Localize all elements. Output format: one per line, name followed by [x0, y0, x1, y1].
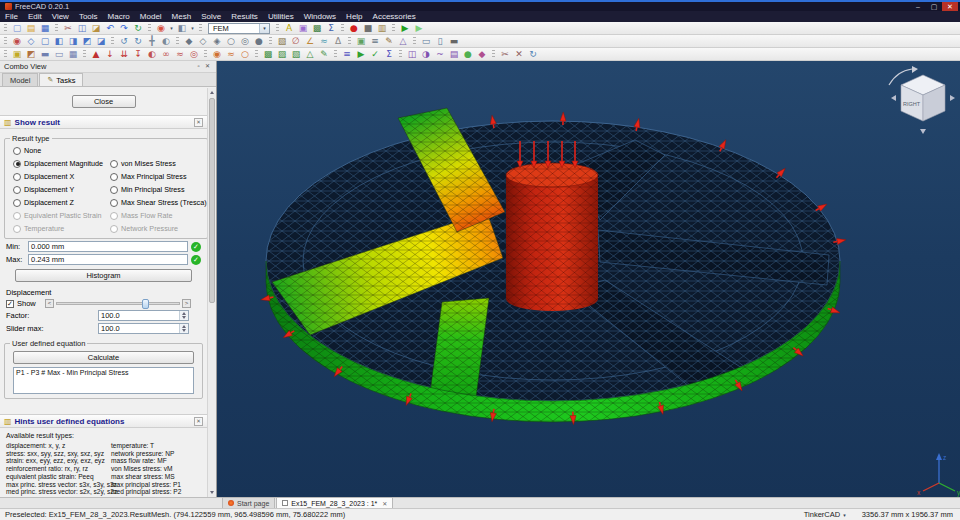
box-zoom-icon[interactable]: ▯	[433, 35, 447, 48]
mesh-region-icon[interactable]: ▧	[289, 48, 303, 61]
drawstyle-shaded-icon[interactable]: ◈	[210, 35, 224, 48]
minimize-button[interactable]: –	[910, 2, 926, 11]
view-axonometric-icon[interactable]: ◇	[24, 35, 38, 48]
view-fit-icon[interactable]: ◉	[10, 35, 24, 48]
mesh-group-icon[interactable]: △	[303, 48, 317, 61]
scroll-down-icon[interactable]	[208, 488, 216, 497]
view-top-icon[interactable]: ◧	[52, 35, 66, 48]
menu-tools[interactable]: Tools	[74, 11, 103, 22]
tab-tasks[interactable]: ✎Tasks	[39, 73, 83, 86]
slider-max-value[interactable]: 100.0	[99, 324, 179, 333]
menu-macro[interactable]: Macro	[103, 11, 135, 22]
scroll-up-icon[interactable]	[208, 88, 216, 97]
result-pipeline-icon[interactable]: ◑	[419, 48, 433, 61]
redo-icon[interactable]: ↷	[117, 22, 131, 35]
texture-icon[interactable]: ▧	[275, 35, 289, 48]
mesh-edit-icon[interactable]: ✎	[317, 48, 331, 61]
menu-windows[interactable]: Windows	[299, 11, 341, 22]
menu-solve[interactable]: Solve	[196, 11, 226, 22]
constraint-displacement-icon[interactable]: ↧	[131, 48, 145, 61]
view-front-icon[interactable]: ▢	[38, 35, 52, 48]
hints-header[interactable]: ▥ Hints user defined equations ✕	[0, 414, 207, 428]
factor-value[interactable]: 100.0	[99, 311, 179, 320]
clipping-icon[interactable]: ∅	[289, 35, 303, 48]
dock-views-icon[interactable]: ▬	[447, 35, 461, 48]
reload-icon[interactable]: ↻	[526, 48, 540, 61]
drawstyle-hidden-icon[interactable]: ◎	[238, 35, 252, 48]
result-clip-icon[interactable]: ◆	[475, 48, 489, 61]
macro-record-icon[interactable]: ●	[347, 22, 361, 35]
view-bottom-icon[interactable]: ◪	[94, 35, 108, 48]
purge-results-icon[interactable]: ✕	[512, 48, 526, 61]
mesh-gmsh-icon[interactable]: ▨	[275, 48, 289, 61]
material-solid-icon[interactable]: ◩	[24, 48, 38, 61]
constraint-temperature-icon[interactable]: ◉	[210, 48, 224, 61]
result-point-icon[interactable]: ●	[461, 48, 475, 61]
result-show-icon[interactable]: ◫	[405, 48, 419, 61]
fem-equation-icon[interactable]: Σ	[324, 22, 338, 35]
undo-icon[interactable]: ↶	[103, 22, 117, 35]
dropdown-caret-icon[interactable]: ▾	[168, 25, 175, 31]
drawstyle-flat-icon[interactable]: ●	[252, 35, 266, 48]
tab-model[interactable]: Model	[2, 73, 38, 86]
close-window-button[interactable]: ✕	[942, 2, 958, 11]
calculate-button[interactable]: Calculate	[13, 351, 194, 364]
displacement-slider[interactable]: < >	[45, 299, 191, 308]
constraint-initialtemp-icon[interactable]: ○	[238, 48, 252, 61]
max-field[interactable]: 0.243 mm	[28, 254, 188, 265]
view-right-icon[interactable]: ◨	[66, 35, 80, 48]
constraint-spring-icon[interactable]: ≈	[173, 48, 187, 61]
radio-displacement-y[interactable]	[13, 186, 21, 194]
scrollbar-thumb[interactable]	[209, 98, 215, 303]
edit-mode-icon[interactable]: ✎	[382, 35, 396, 48]
float-panel-icon[interactable]: ▫	[194, 62, 203, 71]
mesh-cut-icon[interactable]: ✂	[498, 48, 512, 61]
slider-right-button[interactable]: >	[182, 299, 191, 308]
collapse-section-icon[interactable]: ✕	[194, 417, 203, 426]
constraint-contact-icon[interactable]: ◐	[145, 48, 159, 61]
menu-edit[interactable]: Edit	[23, 11, 47, 22]
file-new-icon[interactable]: ▢	[10, 22, 24, 35]
radio-none[interactable]	[13, 147, 21, 155]
copy-icon[interactable]: ◫	[75, 22, 89, 35]
constraint-force-icon[interactable]: ↓	[103, 48, 117, 61]
close-task-button[interactable]: Close	[72, 95, 136, 108]
close-panel-icon[interactable]: ✕	[203, 62, 212, 71]
menu-results[interactable]: Results	[226, 11, 263, 22]
dropdown-caret-icon[interactable]: ▾	[189, 25, 196, 31]
navigation-cube[interactable]: RIGHT	[889, 66, 955, 134]
spin-arrows[interactable]	[179, 324, 188, 333]
radio-displacement-x[interactable]	[13, 173, 21, 181]
measure-angle-icon[interactable]: ∠	[303, 35, 317, 48]
element-shell-icon[interactable]: ▭	[52, 48, 66, 61]
element-solid-icon[interactable]: ▦	[66, 48, 80, 61]
solver-check-icon[interactable]: ✓	[368, 48, 382, 61]
3d-viewport[interactable]: RIGHT z y x	[217, 61, 960, 497]
document-tab-ex15-fem-28-3-2023-1[interactable]: Ex15_FEM_28_3_2023 : 1*✕	[276, 497, 393, 508]
menu-mesh[interactable]: Mesh	[167, 11, 197, 22]
menu-utilities[interactable]: Utilities	[263, 11, 299, 22]
menu-view[interactable]: View	[47, 11, 74, 22]
measure-delta-icon[interactable]: Δ	[331, 35, 345, 48]
rotate-arrowhead-icon[interactable]	[912, 66, 918, 73]
drawstyle-points-icon[interactable]: ○	[224, 35, 238, 48]
cube-left-arrow-icon[interactable]	[891, 95, 896, 101]
constraint-fixed-icon[interactable]: ▲	[89, 48, 103, 61]
slider-left-button[interactable]: <	[45, 299, 54, 308]
solver-ccx-icon[interactable]: ≡	[340, 48, 354, 61]
show-result-header[interactable]: ▥ Show result ✕	[0, 115, 207, 129]
measure-wave-icon[interactable]: ≈	[317, 35, 331, 48]
radio-min-principal-stress[interactable]	[110, 186, 118, 194]
menu-help[interactable]: Help	[341, 11, 367, 22]
slider-max-spinbox[interactable]: 100.0	[98, 323, 189, 334]
orbit-icon[interactable]: ◐	[159, 35, 173, 48]
fem-result-model[interactable]	[261, 108, 846, 425]
cube-down-arrow-icon[interactable]	[920, 129, 926, 134]
zoom-fit-icon[interactable]: ◉	[154, 22, 168, 35]
close-tab-icon[interactable]: ✕	[382, 500, 387, 507]
show-checkbox[interactable]: ✓	[6, 300, 14, 308]
solver-run-icon[interactable]: ▶	[354, 48, 368, 61]
collapse-section-icon[interactable]: ✕	[194, 118, 203, 127]
macro-open-icon[interactable]: ▥	[375, 22, 389, 35]
drawstyle-wireframe-icon[interactable]: ◇	[196, 35, 210, 48]
